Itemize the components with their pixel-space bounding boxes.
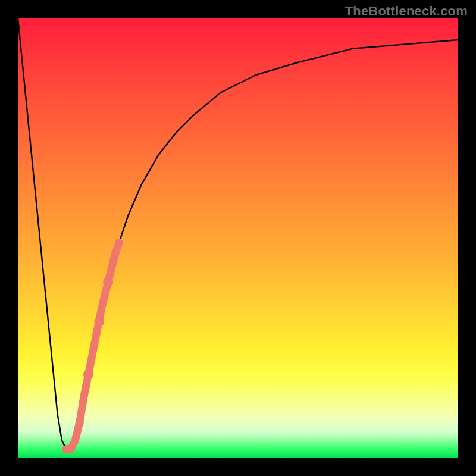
highlight-dot [83, 369, 93, 380]
plot-area [18, 18, 458, 458]
highlight-segment [66, 242, 119, 449]
chart-frame: TheBottleneck.com [0, 0, 476, 476]
highlight-dot [76, 419, 84, 427]
highlight-dot [103, 277, 113, 287]
watermark-text: TheBottleneck.com [345, 4, 468, 19]
highlight-dot [62, 445, 70, 453]
chart-svg [18, 18, 458, 458]
highlight-dot [94, 317, 104, 327]
